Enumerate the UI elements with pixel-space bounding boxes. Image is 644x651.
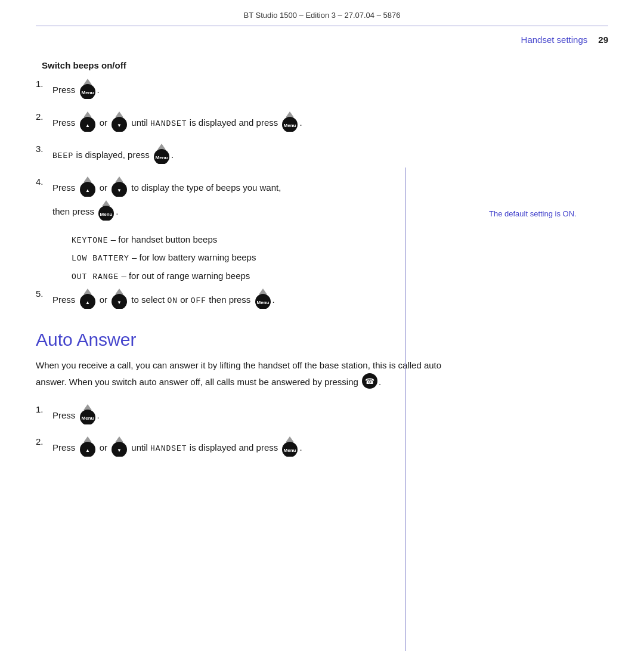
section-header: Handset settings 29 (0, 26, 644, 48)
menu-btn-a2c: Menu (281, 436, 299, 461)
step-1-text: Press Menu . (52, 79, 471, 103)
out-range-item: OUT RANGE – for out of range warning bee… (72, 269, 471, 283)
phone-btn-desc: ☎ (361, 373, 378, 393)
svg-marker-24 (83, 289, 92, 294)
svg-text:▲: ▲ (85, 448, 90, 453)
step-5-num: 5. (36, 289, 52, 299)
section-title: Handset settings (521, 35, 588, 45)
page-header: BT Studio 1500 – Edition 3 – 27.07.04 – … (0, 0, 644, 26)
svg-text:▼: ▼ (117, 448, 122, 453)
down-btn-a2b: ▼ (110, 436, 128, 461)
auto-step-1-num: 1. (36, 404, 52, 414)
svg-text:▼: ▼ (117, 123, 122, 128)
beep-type-list: KEYTONE – for handset button beeps LOW B… (72, 233, 471, 283)
menu-btn-5c: Menu (254, 289, 272, 313)
svg-marker-30 (259, 289, 267, 294)
low-battery-item: LOW BATTERY – for low battery warning be… (72, 251, 471, 265)
keytone-item: KEYTONE – for handset button beeps (72, 233, 471, 247)
svg-marker-44 (286, 436, 294, 442)
menu-btn-3: Menu (153, 144, 171, 168)
svg-text:▼: ▼ (117, 188, 122, 193)
step-1: 1. Press Menu . (36, 79, 471, 103)
sidebar: The default setting is ON. (483, 48, 608, 469)
menu-btn-2c: Menu (281, 111, 299, 136)
auto-step-1-text: Press Menu . (52, 404, 471, 429)
low-battery-mono: LOW BATTERY (72, 254, 129, 263)
svg-marker-41 (115, 436, 123, 442)
svg-text:▼: ▼ (117, 300, 122, 305)
step-5-text: Press ▲ or ▼ (52, 289, 471, 313)
step-4-text: Press ▲ or ▼ (52, 176, 471, 225)
svg-text:▲: ▲ (85, 188, 90, 193)
svg-marker-0 (83, 79, 92, 85)
menu-btn-4c: Menu (97, 200, 115, 225)
step-2-text: Press ▲ or ▼ (52, 111, 471, 136)
content-area: Switch beeps on/off 1. Press Menu . (36, 48, 483, 469)
svg-text:▲: ▲ (85, 300, 90, 305)
svg-marker-35 (83, 404, 92, 410)
step-3-num: 3. (36, 144, 52, 154)
auto-step-2-text: Press ▲ or ▼ (52, 436, 471, 461)
switch-beeps-heading: Switch beeps on/off (36, 60, 471, 70)
sidebar-default-note: The default setting is ON. (489, 209, 608, 218)
step-2-num: 2. (36, 111, 52, 122)
out-range-mono: OUT RANGE (72, 272, 119, 281)
svg-marker-18 (115, 176, 123, 182)
svg-marker-15 (83, 176, 92, 182)
svg-marker-9 (286, 111, 294, 117)
down-btn-4b: ▼ (110, 176, 128, 201)
svg-marker-12 (157, 144, 166, 150)
on-mono: ON (167, 296, 178, 305)
handset-mono-a2: HANDSET (150, 444, 187, 453)
step-1-num: 1. (36, 79, 52, 89)
svg-text:Menu: Menu (81, 416, 94, 421)
step-4-num: 4. (36, 176, 52, 187)
svg-text:▲: ▲ (85, 123, 90, 128)
keytone-mono: KEYTONE (72, 236, 109, 245)
svg-marker-21 (102, 200, 110, 206)
menu-btn-1: Menu (79, 79, 97, 103)
svg-text:Menu: Menu (284, 123, 296, 128)
step-3: 3. BEEP is displayed, press Menu . (36, 144, 471, 168)
svg-text:Menu: Menu (256, 300, 269, 305)
up-btn-4a: ▲ (79, 176, 97, 201)
svg-text:Menu: Menu (284, 448, 296, 453)
beep-mono-3: BEEP (52, 151, 73, 160)
svg-text:Menu: Menu (156, 155, 168, 160)
svg-marker-38 (83, 436, 92, 442)
handset-mono-2: HANDSET (150, 119, 187, 128)
step-2: 2. Press ▲ or (36, 111, 471, 136)
svg-text:☎: ☎ (365, 377, 374, 386)
down-btn-5b: ▼ (110, 289, 128, 313)
up-btn-2a: ▲ (79, 111, 97, 136)
svg-text:Menu: Menu (100, 212, 113, 217)
vertical-divider (405, 168, 406, 651)
svg-marker-3 (83, 111, 92, 117)
up-btn-a2a: ▲ (79, 436, 97, 461)
header-title: BT Studio 1500 – Edition 3 – 27.07.04 – … (244, 11, 401, 20)
svg-marker-27 (115, 289, 123, 294)
menu-btn-a1: Menu (79, 404, 97, 429)
svg-text:Menu: Menu (81, 90, 94, 95)
up-btn-5a: ▲ (79, 289, 97, 313)
down-btn-2b: ▼ (110, 111, 128, 136)
auto-step-2-num: 2. (36, 436, 52, 447)
step-3-text: BEEP is displayed, press Menu . (52, 144, 471, 168)
page-number: 29 (598, 35, 608, 45)
off-mono: OFF (191, 296, 206, 305)
svg-marker-6 (115, 111, 123, 117)
